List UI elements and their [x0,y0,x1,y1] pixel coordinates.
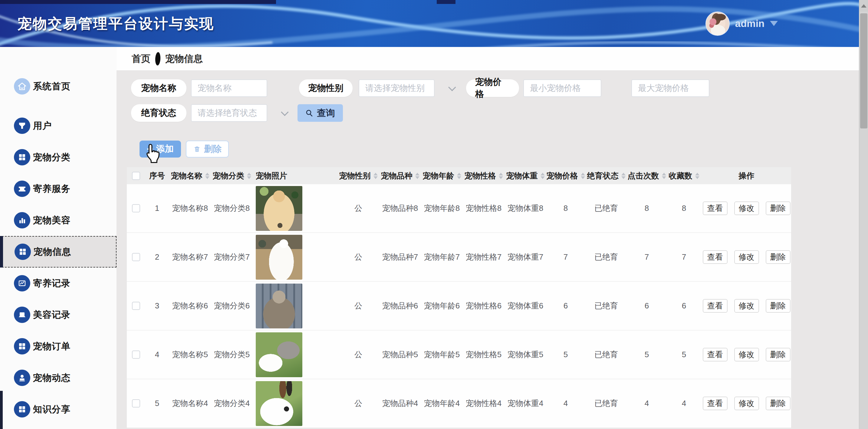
column-header-pet-name[interactable]: 宠物名称 [169,171,211,181]
sort-carets-icon[interactable] [457,173,461,179]
filter-row-1: 宠物名称 宠物性别 请选择宠物性别 宠物价格 [131,79,859,97]
view-button[interactable]: 查看 [703,201,727,215]
neuter-status-select[interactable]: 请选择绝育状态 [191,104,267,122]
column-header-neuter-status[interactable]: 绝育状态 [585,171,627,181]
delete-button[interactable]: 删除 [186,141,229,158]
pet-personality-cell: 宠物性格4 [463,398,504,409]
sort-carets-icon[interactable] [205,173,210,179]
sidebar-item-boarding-records[interactable]: 寄养记录 [2,267,117,299]
pet-photo[interactable] [256,235,302,280]
pet-name-cell: 宠物名称7 [169,252,211,262]
pet-photo[interactable] [256,332,302,377]
edit-button[interactable]: 修改 [734,348,759,362]
sort-carets-icon[interactable] [695,173,700,179]
sort-carets-icon[interactable] [373,173,378,179]
scrollbar-up-arrow[interactable] [859,0,868,11]
edit-button[interactable]: 修改 [734,397,759,410]
avatar[interactable] [706,11,730,36]
row-checkbox[interactable] [132,350,140,359]
row-checkbox[interactable] [132,253,140,261]
neuter-status-cell: 已绝育 [585,203,627,213]
pet-weight-cell: 宠物体重8 [504,203,546,213]
pet-category-cell: 宠物分类7 [211,252,253,262]
column-header-clicks[interactable]: 点击次数 [627,171,666,181]
sidebar-item-pet-grooming[interactable]: 宠物美容 [2,204,117,236]
edit-button[interactable]: 修改 [734,250,759,264]
row-delete-button[interactable]: 删除 [766,299,790,313]
pet-name-cell: 宠物名称5 [169,349,211,360]
column-header-pet-price[interactable]: 宠物价格 [546,171,585,181]
sidebar-item-pet-categories[interactable]: 宠物分类 [2,142,117,173]
pet-name-cell: 宠物名称8 [169,203,211,213]
grid-icon [14,244,31,260]
row-index: 4 [145,350,169,359]
page-scrollbar[interactable] [859,0,868,429]
select-all-checkbox[interactable] [132,172,140,180]
pet-name-input[interactable] [191,79,267,97]
column-header-pet-category[interactable]: 宠物分类 [211,171,253,181]
pet-gender-select[interactable]: 请选择宠物性别 [359,79,435,97]
sidebar-item-pet-info[interactable]: 宠物信息 [2,236,117,267]
column-header-pet-gender[interactable]: 宠物性别 [337,171,379,181]
column-header-pet-personality[interactable]: 宠物性格 [463,171,504,181]
column-header-pet-age[interactable]: 宠物年龄 [421,171,463,181]
grid-icon [14,401,30,418]
table-row: 1 宠物名称8 宠物分类8 公 宠物品种8 宠物年龄8 宠物性格8 宠物体重8 … [127,184,791,233]
sidebar-item-users[interactable]: 用户 [2,110,117,142]
max-price-input[interactable] [631,79,709,97]
column-header-actions: 操作 [702,171,791,181]
row-delete-button[interactable]: 删除 [766,201,790,215]
chevron-down-icon[interactable] [770,21,778,26]
sort-carets-icon[interactable] [621,173,626,179]
neuter-status-cell: 已绝育 [585,252,627,262]
sort-carets-icon[interactable] [662,173,666,179]
user-menu[interactable]: admin [706,0,778,47]
row-checkbox[interactable] [132,204,140,212]
column-header-pet-breed[interactable]: 宠物品种 [379,171,421,181]
sidebar-item-pet-updates[interactable]: 宠物动态 [2,362,117,394]
row-checkbox[interactable] [132,399,140,407]
breadcrumb-home-link[interactable]: 首页 [132,52,150,65]
sidebar-item-knowledge-sharing[interactable]: 知识分享 [2,394,117,425]
pet-category-cell: 宠物分类5 [211,349,253,360]
sort-carets-icon[interactable] [247,173,251,179]
add-button[interactable]: +添加 [140,141,181,158]
row-delete-button[interactable]: 删除 [766,348,790,362]
pet-photo[interactable] [256,381,302,426]
view-button[interactable]: 查看 [703,299,727,313]
sort-carets-icon[interactable] [581,173,585,179]
breadcrumb-current: 宠物信息 [165,52,203,65]
sidebar-item-pet-orders[interactable]: 宠物订单 [2,331,117,362]
view-button[interactable]: 查看 [703,397,727,410]
sidebar-item-grooming-records[interactable]: 美容记录 [2,299,117,331]
sidebar-item-system-home[interactable]: 系统首页 [2,70,117,102]
row-delete-button[interactable]: 删除 [766,397,790,410]
clicks-cell: 6 [627,301,666,311]
neuter-status-cell: 已绝育 [585,398,627,409]
sidebar-scrollbar-thumb[interactable] [0,391,3,429]
row-delete-button[interactable]: 删除 [766,250,790,264]
sidebar-item-boarding-service[interactable]: 寄养服务 [2,173,117,204]
page-title: 宠物交易管理平台设计与实现 [18,14,214,33]
row-checkbox[interactable] [132,302,140,310]
column-header-favorites[interactable]: 收藏数 [666,171,702,181]
sort-carets-icon[interactable] [415,173,420,179]
query-button[interactable]: 查询 [298,104,343,122]
pet-photo[interactable] [256,186,302,231]
min-price-input[interactable] [523,79,601,97]
sort-carets-icon[interactable] [499,173,503,179]
column-header-pet-weight[interactable]: 宠物体重 [504,171,546,181]
sort-carets-icon[interactable] [540,173,545,179]
pet-photo[interactable] [256,284,302,328]
edit-button[interactable]: 修改 [734,201,759,215]
scrollbar-thumb[interactable] [860,13,867,128]
favorites-cell: 8 [666,204,702,213]
chevron-down-icon[interactable] [448,83,456,91]
view-button[interactable]: 查看 [703,250,727,264]
grid-icon [14,149,30,165]
chevron-down-icon[interactable] [281,108,288,116]
app-header: 宠物交易管理平台设计与实现 admin [0,0,868,47]
edit-button[interactable]: 修改 [734,299,759,313]
neuter-status-filter-label: 绝育状态 [131,104,186,122]
view-button[interactable]: 查看 [703,348,727,362]
